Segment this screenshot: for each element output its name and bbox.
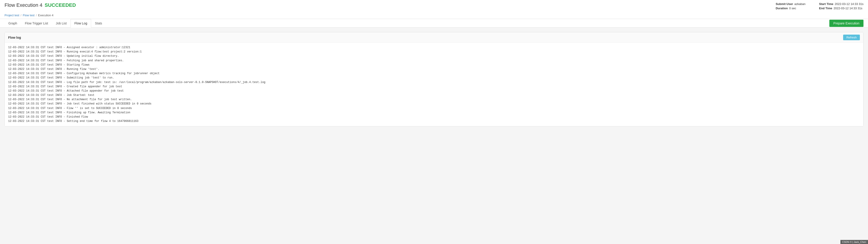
breadcrumb: Project test / Flow test / Execution 4 — [4, 12, 864, 19]
tab-stats[interactable]: Stats — [91, 19, 106, 28]
log-panel-title: Flow log — [8, 36, 21, 39]
flow-link-label: Flow — [23, 13, 29, 17]
tab-job-list[interactable]: Job List — [52, 19, 70, 28]
flow-link-name: test — [30, 13, 35, 17]
project-link-name: test — [14, 13, 19, 17]
project-link-label: Project — [4, 13, 13, 17]
submit-user-label: Submit User — [776, 2, 793, 6]
tabs-bar: Graph Flow Trigger List Job List Flow Lo… — [0, 19, 868, 28]
page-title: Flow Execution 4 — [4, 2, 42, 8]
submit-user-item: Submit User azkaban — [776, 2, 806, 6]
end-time-label: End Time — [819, 6, 832, 10]
meta-info: Submit User azkaban Duration 0 sec Start… — [776, 2, 864, 10]
meta-group-left: Submit User azkaban Duration 0 sec — [776, 2, 806, 10]
meta-group-right: Start Time 2022-03-12 14:33 31s End Time… — [819, 2, 864, 10]
header-top: Flow Execution 4 SUCCEEDED Submit User a… — [4, 2, 864, 12]
title-area: Flow Execution 4 SUCCEEDED — [4, 2, 76, 8]
tab-flow-log[interactable]: Flow Log — [70, 19, 91, 28]
start-time-label: Start Time — [819, 2, 833, 6]
status-badge: SUCCEEDED — [45, 2, 76, 8]
log-panel: Flow log Refresh 12-03-2022 14:33:31 CST… — [4, 32, 864, 126]
start-time-value: 2022-03-12 14:33 31s — [835, 2, 864, 6]
tab-flow-trigger-list[interactable]: Flow Trigger List — [21, 19, 52, 28]
main-content: Flow log Refresh 12-03-2022 14:33:31 CST… — [0, 28, 868, 131]
project-link[interactable]: Project test — [4, 13, 19, 17]
flow-link[interactable]: Flow test — [23, 13, 35, 17]
tabs: Graph Flow Trigger List Job List Flow Lo… — [4, 19, 106, 27]
breadcrumb-sep-1: / — [21, 13, 22, 17]
end-time-value: 2022-03-12 14:33 31s — [834, 6, 862, 10]
log-panel-header: Flow log Refresh — [5, 32, 863, 43]
duration-item: Duration 0 sec — [776, 6, 806, 10]
duration-value: 0 sec — [789, 6, 796, 10]
refresh-button[interactable]: Refresh — [843, 35, 860, 40]
end-time-item: End Time 2022-03-12 14:33 31s — [819, 6, 864, 10]
duration-label: Duration — [776, 6, 788, 10]
submit-user-value: azkaban — [794, 2, 805, 6]
tab-graph[interactable]: Graph — [4, 19, 21, 28]
start-time-item: Start Time 2022-03-12 14:33 31s — [819, 2, 864, 6]
log-content: 12-03-2022 14:33:31 CST test INFO - Assi… — [5, 43, 863, 126]
prepare-execution-button[interactable]: Prepare Execution — [829, 20, 864, 27]
page-header: Flow Execution 4 SUCCEEDED Submit User a… — [0, 0, 868, 19]
breadcrumb-sep-2: / — [36, 13, 37, 17]
breadcrumb-current: Execution 4 — [38, 13, 53, 17]
